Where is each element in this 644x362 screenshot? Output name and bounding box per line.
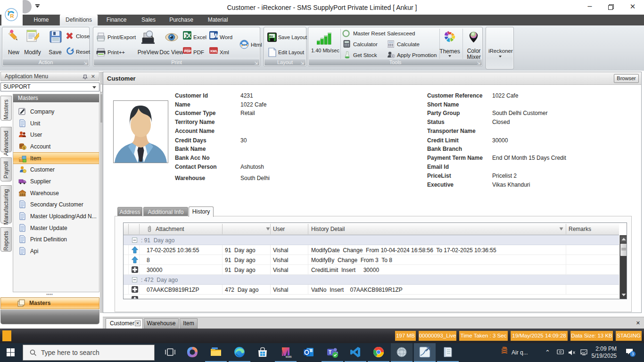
svg-text:R: R	[10, 13, 14, 19]
svg-text:$: $	[23, 146, 25, 150]
svg-text:X: X	[187, 33, 191, 39]
svg-text:XML: XML	[210, 49, 218, 53]
svg-text:W: W	[213, 33, 218, 39]
svg-text:PDF: PDF	[184, 49, 192, 53]
svg-text:T: T	[329, 350, 331, 355]
svg-text:au: au	[269, 34, 273, 38]
svg-text:M365: M365	[286, 355, 292, 358]
